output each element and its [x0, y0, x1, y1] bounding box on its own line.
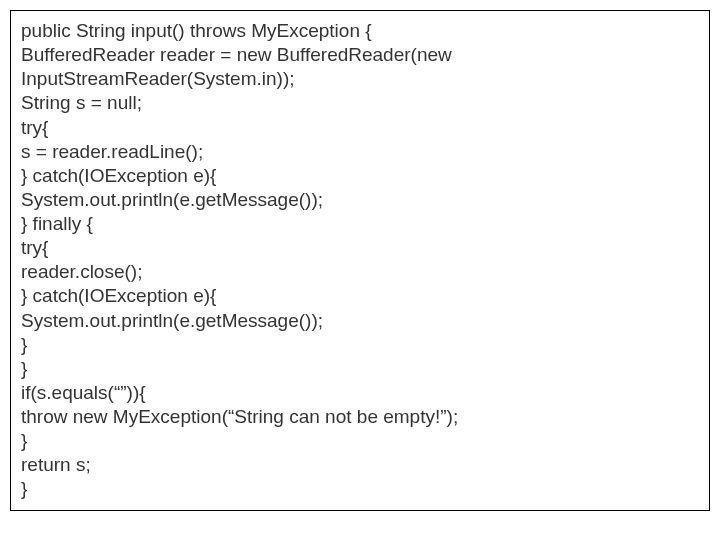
code-line: throw new MyException(“String can not be…	[21, 405, 699, 429]
code-line: } catch(IOException e){	[21, 164, 699, 188]
code-line: }	[21, 333, 699, 357]
code-line: System.out.println(e.getMessage());	[21, 309, 699, 333]
code-line: s = reader.readLine();	[21, 140, 699, 164]
code-line: if(s.equals(“”)){	[21, 381, 699, 405]
code-line: reader.close();	[21, 260, 699, 284]
code-line: System.out.println(e.getMessage());	[21, 188, 699, 212]
code-block: public String input() throws MyException…	[10, 10, 710, 511]
code-line: String s = null;	[21, 91, 699, 115]
code-line: }	[21, 429, 699, 453]
code-line: BufferedReader reader = new BufferedRead…	[21, 43, 699, 91]
code-line: } catch(IOException e){	[21, 284, 699, 308]
code-line: return s;	[21, 453, 699, 477]
code-line: try{	[21, 116, 699, 140]
code-line: } finally {	[21, 212, 699, 236]
code-line: }	[21, 477, 699, 501]
code-line: try{	[21, 236, 699, 260]
code-line: }	[21, 357, 699, 381]
code-line: public String input() throws MyException…	[21, 19, 699, 43]
